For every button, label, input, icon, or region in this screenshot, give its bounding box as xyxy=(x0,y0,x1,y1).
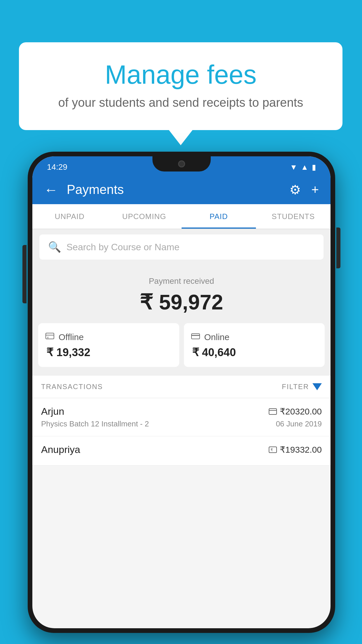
payment-cards: ₹ Offline ₹ 19,332 xyxy=(32,323,331,376)
payment-received-label: Payment received xyxy=(38,276,325,286)
svg-text:₹: ₹ xyxy=(47,336,49,340)
transactions-label: TRANSACTIONS xyxy=(41,383,103,391)
svg-rect-7 xyxy=(269,447,277,453)
nav-icons: ⚙ + xyxy=(289,182,319,197)
nav-title: Payments xyxy=(67,182,281,197)
add-icon[interactable]: + xyxy=(311,182,319,197)
phone-mockup: 14:29 ▼ ▲ ▮ ← Payments ⚙ + UNPAID xyxy=(28,152,335,633)
search-container: 🔍 Search by Course or Name xyxy=(32,229,331,265)
transaction-item-anupriya[interactable]: Anupriya ₹ ₹19332.00 xyxy=(32,436,331,466)
transaction-name-2: Anupriya xyxy=(41,444,80,455)
tab-paid[interactable]: PAID xyxy=(182,204,256,229)
svg-rect-3 xyxy=(191,334,200,339)
camera xyxy=(178,160,185,167)
offline-card: ₹ Offline ₹ 19,332 xyxy=(38,323,179,367)
status-time: 14:29 xyxy=(47,162,67,172)
filter-label: FILTER xyxy=(282,383,309,391)
payment-received-amount: ₹ 59,972 xyxy=(38,290,325,314)
phone-screen: 14:29 ▼ ▲ ▮ ← Payments ⚙ + UNPAID xyxy=(32,156,331,628)
settings-icon[interactable]: ⚙ xyxy=(289,182,301,197)
online-icon xyxy=(191,331,200,343)
offline-label: Offline xyxy=(59,332,84,342)
signal-icon: ▲ xyxy=(301,163,308,172)
speech-bubble-title: Manage fees xyxy=(42,60,319,90)
speech-bubble-subtitle: of your students and send receipts to pa… xyxy=(42,96,319,110)
online-card: Online ₹ 40,640 xyxy=(184,323,325,367)
transaction-course: Physics Batch 12 Installment - 2 xyxy=(41,419,149,428)
transaction-amount-2: ₹ ₹19332.00 xyxy=(269,444,322,455)
tab-upcoming[interactable]: UPCOMING xyxy=(107,204,182,229)
transaction-date: 06 June 2019 xyxy=(276,419,322,428)
tab-unpaid[interactable]: UNPAID xyxy=(32,204,107,229)
search-icon: 🔍 xyxy=(48,241,61,253)
transaction-name: Arjun xyxy=(41,406,64,417)
transaction-amount: ₹20320.00 xyxy=(269,406,322,416)
status-icons: ▼ ▲ ▮ xyxy=(290,163,316,172)
transaction-amount-value-2: ₹19332.00 xyxy=(280,444,322,455)
back-button[interactable]: ← xyxy=(44,182,58,198)
filter-icon xyxy=(312,383,322,390)
offline-icon: ₹ xyxy=(45,331,55,343)
speech-bubble-card: Manage fees of your students and send re… xyxy=(19,42,342,130)
payment-received-section: Payment received ₹ 59,972 xyxy=(32,265,331,323)
transactions-header: TRANSACTIONS FILTER xyxy=(32,376,331,398)
svg-text:₹: ₹ xyxy=(270,448,273,452)
battery-icon: ▮ xyxy=(312,163,316,172)
tab-students[interactable]: STUDENTS xyxy=(256,204,331,229)
offline-amount: ₹ 19,332 xyxy=(45,346,172,359)
phone-notch xyxy=(152,156,211,172)
transaction-amount-value: ₹20320.00 xyxy=(280,406,322,416)
online-label: Online xyxy=(204,332,230,342)
svg-rect-5 xyxy=(269,409,277,414)
search-box[interactable]: 🔍 Search by Course or Name xyxy=(39,235,324,260)
tabs-bar: UNPAID UPCOMING PAID STUDENTS xyxy=(32,204,331,229)
wifi-icon: ▼ xyxy=(290,163,298,172)
search-input[interactable]: Search by Course or Name xyxy=(66,242,180,253)
filter-button[interactable]: FILTER xyxy=(282,383,322,391)
online-amount: ₹ 40,640 xyxy=(191,346,318,359)
transaction-item-arjun[interactable]: Arjun ₹20320.00 Physics Batch 12 Install… xyxy=(32,398,331,436)
phone-outer: 14:29 ▼ ▲ ▮ ← Payments ⚙ + UNPAID xyxy=(28,152,335,633)
nav-bar: ← Payments ⚙ + xyxy=(32,175,331,204)
